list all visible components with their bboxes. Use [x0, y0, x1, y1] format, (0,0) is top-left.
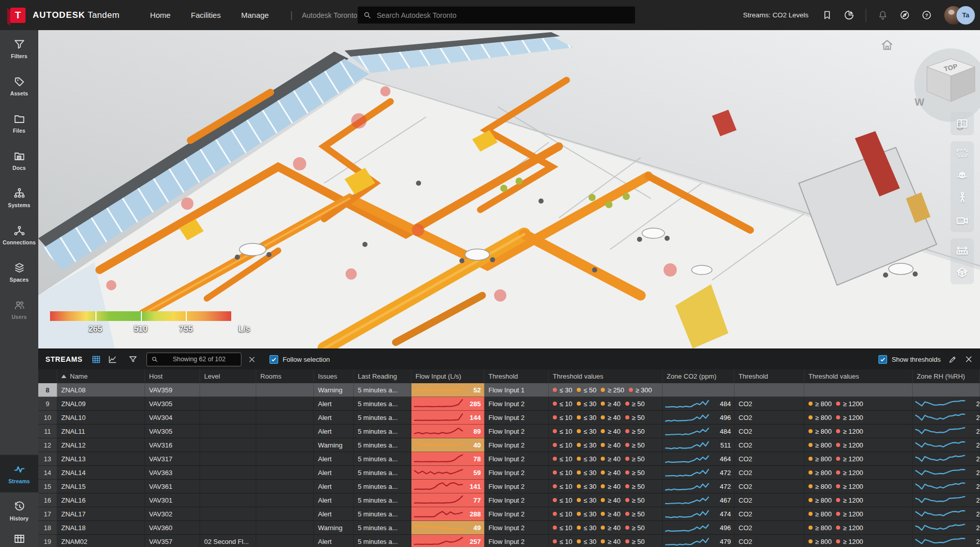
- threshold-text: ≤ 30: [583, 441, 596, 449]
- explore-compass-icon[interactable]: [899, 10, 910, 20]
- table-row[interactable]: 10ZNAL10VAV304Alert5 minutes a...144Flow…: [38, 411, 980, 425]
- camera-icon[interactable]: [955, 213, 969, 228]
- threshold-text: ≤ 30: [583, 400, 596, 408]
- table-row[interactable]: 11ZNAL11VAV305Alert5 minutes a...89Flow …: [38, 425, 980, 438]
- sidebar-item-files[interactable]: Files: [0, 105, 38, 142]
- column-header-rooms[interactable]: Rooms: [256, 369, 314, 383]
- sidebar-item-users[interactable]: Users: [0, 291, 38, 328]
- threshold-dot-red: [836, 498, 840, 502]
- table-row[interactable]: 9ZNAL09VAV305Alert5 minutes a...285Flow …: [38, 397, 980, 411]
- global-search[interactable]: [357, 6, 635, 24]
- threshold-value: ≤ 30: [577, 483, 596, 490]
- sidebar-item-streams[interactable]: Streams: [0, 455, 38, 492]
- sparkline: [665, 425, 709, 438]
- rh-value: 23: [976, 400, 980, 408]
- column-header-cthresh[interactable]: Threshold: [734, 369, 804, 383]
- help-icon[interactable]: ?: [921, 10, 932, 20]
- chart-view-icon[interactable]: [108, 355, 117, 364]
- bookmark-icon[interactable]: [822, 10, 832, 20]
- sidebar-item-connections[interactable]: Connections: [0, 216, 38, 254]
- top-navigation: HomeFacilitiesManage: [150, 11, 269, 19]
- filter-icon[interactable]: [128, 355, 138, 364]
- rh-value: 26: [976, 510, 980, 518]
- table-row[interactable]: 13ZNAL13VAV317Alert5 minutes a...78Flow …: [38, 452, 980, 466]
- orbit-icon[interactable]: [955, 168, 969, 183]
- table-row[interactable]: 17ZNAL17VAV302Alert5 minutes a...288Flow…: [38, 507, 980, 521]
- streams-table-body: 8ZNAL08VAV359Warning5 minutes a...52Flow…: [38, 383, 980, 547]
- streams-search-input[interactable]: [158, 356, 240, 363]
- follow-selection-checkbox[interactable]: [270, 355, 278, 364]
- sidebar-item-assets[interactable]: Assets: [0, 67, 38, 105]
- table-row[interactable]: 16ZNAL16VAV301Alert5 minutes a...77Flow …: [38, 493, 980, 507]
- column-header-issues[interactable]: Issues: [314, 369, 354, 383]
- section-box-icon[interactable]: [955, 265, 969, 280]
- column-header-rh[interactable]: Zone RH (%RH): [913, 369, 980, 383]
- threshold-text: ≤ 30: [583, 483, 596, 490]
- sparkline: [915, 466, 966, 479]
- close-panel-icon[interactable]: [965, 355, 973, 363]
- pie-chart-icon[interactable]: [844, 10, 854, 20]
- home-view-icon[interactable]: [880, 38, 894, 52]
- notifications-bell-icon[interactable]: [877, 10, 888, 20]
- avatar-initials[interactable]: Ta: [957, 6, 975, 24]
- column-header-flow[interactable]: Flow Input (L/s): [411, 369, 484, 383]
- table-row[interactable]: 19ZNAM02VAV35702 Second Fl...Alert5 minu…: [38, 535, 980, 547]
- box-select-icon[interactable]: [955, 146, 969, 160]
- viewport-toolgroup-views: [950, 112, 974, 135]
- sidebar-item-systems[interactable]: Systems: [0, 179, 38, 216]
- column-header-fvals[interactable]: Threshold values: [549, 369, 663, 383]
- table-row[interactable]: 15ZNAL15VAV361Alert5 minutes a...141Flow…: [38, 480, 980, 493]
- threshold-dot-orange: [577, 498, 581, 502]
- column-header-host[interactable]: Host: [145, 369, 200, 383]
- threshold-values: ≤ 10≤ 30≥ 40≥ 50: [553, 483, 645, 490]
- table-view-icon[interactable]: [91, 355, 101, 364]
- edit-thresholds-pencil-icon[interactable]: [948, 355, 957, 364]
- follow-selection-toggle[interactable]: Follow selection: [270, 355, 330, 364]
- column-header-fthresh[interactable]: Threshold: [484, 369, 549, 383]
- clear-search-icon[interactable]: [248, 356, 256, 363]
- cell-level: [200, 466, 256, 480]
- table-row[interactable]: 8ZNAL08VAV359Warning5 minutes a...52Flow…: [38, 383, 980, 397]
- table-row[interactable]: 14ZNAL14VAV363Alert5 minutes a...59Flow …: [38, 466, 980, 480]
- show-thresholds-toggle[interactable]: Show thresholds: [878, 355, 941, 364]
- facility-name: Autodesk Toronto: [302, 11, 357, 19]
- first-person-walk-icon[interactable]: [955, 191, 969, 205]
- viewport-3d[interactable]: 265510755 L/s TOP W S: [38, 30, 980, 349]
- sidebar-item-filters[interactable]: Filters: [0, 30, 38, 67]
- measure-icon[interactable]: [955, 243, 969, 257]
- cell-co2-threshold-values: ≥ 800≥ 1200: [804, 397, 913, 411]
- table-row[interactable]: 12ZNAL12VAV316Warning5 minutes a...40Flo…: [38, 438, 980, 452]
- sidebar-item-history[interactable]: History: [0, 492, 38, 530]
- sparkline: [413, 508, 463, 520]
- column-header-last[interactable]: Last Reading: [354, 369, 411, 383]
- cell-co2-threshold-values: ≥ 800≥ 1200: [804, 480, 913, 493]
- tandem-logo-icon[interactable]: T: [10, 8, 26, 23]
- threshold-value: ≥ 800: [808, 524, 831, 532]
- sidebar-item-spaces[interactable]: Spaces: [0, 254, 38, 291]
- sparkline: [915, 439, 966, 452]
- show-thresholds-checkbox[interactable]: [878, 355, 887, 364]
- nav-item-home[interactable]: Home: [150, 11, 170, 19]
- threshold-values: ≤ 10≤ 30≥ 40≥ 50: [553, 441, 645, 449]
- column-header-num[interactable]: [38, 369, 57, 383]
- nav-item-manage[interactable]: Manage: [241, 11, 268, 19]
- sidebar-item-docs[interactable]: Docs: [0, 142, 38, 179]
- cell-co2-threshold: CO2: [734, 521, 804, 535]
- threshold-dot-orange: [577, 484, 581, 488]
- sidebar-item-table[interactable]: [0, 530, 38, 547]
- threshold-value: ≥ 50: [625, 524, 645, 532]
- cell-last-reading: 5 minutes a...: [354, 466, 411, 480]
- global-search-input[interactable]: [377, 11, 630, 19]
- column-header-cvals[interactable]: Threshold values: [804, 369, 913, 383]
- column-header-co2[interactable]: Zone CO2 (ppm): [663, 369, 734, 383]
- threshold-value: ≥ 40: [601, 414, 620, 421]
- table-row[interactable]: 18ZNAL18VAV360Warning5 minutes a...49Flo…: [38, 521, 980, 535]
- search-icon: [363, 11, 372, 19]
- column-header-name[interactable]: Name: [57, 369, 145, 383]
- threshold-dot-orange: [577, 388, 581, 392]
- threshold-value: ≥ 300: [629, 386, 652, 394]
- split-view-icon[interactable]: [955, 116, 969, 131]
- column-header-level[interactable]: Level: [200, 369, 256, 383]
- streams-search[interactable]: [146, 353, 241, 366]
- nav-item-facilities[interactable]: Facilities: [191, 11, 220, 19]
